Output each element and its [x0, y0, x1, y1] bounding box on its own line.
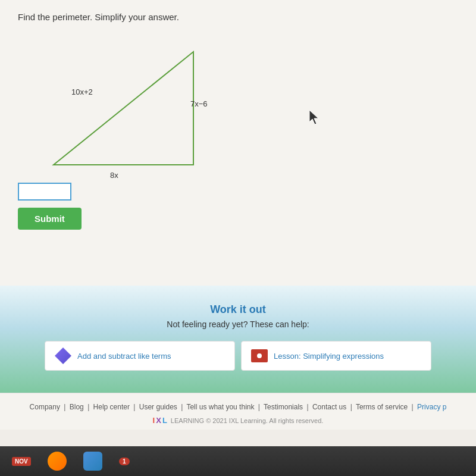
taskbar-finder[interactable] — [77, 449, 108, 473]
work-it-out-subtitle: Not feeling ready yet? These can help: — [12, 320, 464, 329]
footer-company[interactable]: Company — [30, 403, 60, 411]
footer-testimonials[interactable]: Testimonials — [264, 403, 303, 411]
footer: Company | Blog | Help center | User guid… — [0, 393, 476, 430]
resource-card-lesson[interactable]: Lesson: Simplifying expressions — [241, 341, 431, 371]
finder-icon — [83, 452, 102, 471]
submit-button[interactable]: Submit — [18, 208, 82, 230]
svg-marker-0 — [54, 52, 193, 165]
browser-icon — [48, 452, 67, 471]
nov-badge: NOV — [12, 457, 31, 466]
taskbar: NOV 1 — [0, 446, 476, 476]
side-bottom-label: 8x — [110, 171, 118, 180]
answer-input[interactable] — [18, 183, 71, 201]
svg-marker-1 — [309, 110, 318, 124]
taskbar-badge[interactable]: 1 — [113, 455, 136, 468]
footer-help[interactable]: Help center — [93, 403, 130, 411]
footer-privacy[interactable]: Privacy p — [417, 403, 446, 411]
resource-like-terms-label: Add and subtract like terms — [77, 352, 171, 361]
footer-copyright: IXL LEARNING © 2021 IXL Learning. All ri… — [12, 416, 464, 425]
copyright-text: LEARNING © 2021 IXL Learning. All rights… — [171, 417, 324, 424]
resource-card-like-terms[interactable]: Add and subtract like terms — [45, 341, 235, 371]
resource-cards: Add and subtract like terms Lesson: Simp… — [12, 341, 464, 371]
taskbar-browser[interactable] — [42, 449, 73, 473]
footer-links: Company | Blog | Help center | User guid… — [12, 403, 464, 411]
taskbar-nov[interactable]: NOV — [6, 455, 37, 468]
resource-lesson-label: Lesson: Simplifying expressions — [274, 352, 384, 361]
side-right-label: 7x−6 — [190, 99, 208, 108]
triangle-diagram: 10x+2 7x−6 8x — [18, 34, 208, 177]
instruction-text: Find the perimeter. Simplify your answer… — [18, 12, 458, 22]
work-it-out-section: Work it out Not feeling ready yet? These… — [0, 286, 476, 393]
triangle-svg — [18, 34, 208, 177]
diamond-icon — [55, 347, 71, 364]
footer-blog[interactable]: Blog — [70, 403, 84, 411]
footer-feedback[interactable]: Tell us what you think — [186, 403, 254, 411]
lesson-icon — [251, 349, 268, 362]
footer-terms[interactable]: Terms of service — [356, 403, 408, 411]
taskbar-count: 1 — [119, 458, 130, 465]
footer-guides[interactable]: User guides — [139, 403, 177, 411]
ixl-logo: IXL — [153, 416, 167, 425]
side-left-label: 10x+2 — [71, 87, 93, 96]
work-it-out-title: Work it out — [12, 303, 464, 316]
footer-contact[interactable]: Contact us — [312, 403, 346, 411]
main-content: Find the perimeter. Simplify your answer… — [0, 0, 476, 286]
